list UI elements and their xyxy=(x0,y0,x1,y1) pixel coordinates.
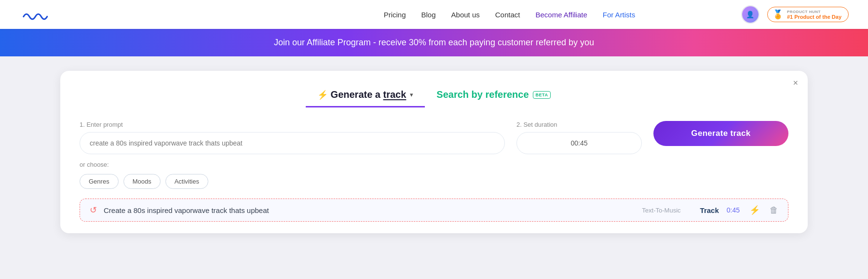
track-row: ↺ Create a 80s inspired vaporwave track … xyxy=(90,205,778,215)
chip-activities[interactable]: Activities xyxy=(165,174,208,189)
nav-contact[interactable]: Contact xyxy=(495,11,520,19)
prompt-group: 1. Enter prompt xyxy=(80,121,505,154)
duration-group: 2. Set duration xyxy=(516,121,642,154)
generate-btn-wrapper: Generate track xyxy=(653,121,788,146)
nav-links: Pricing Blog About us Contact Become Aff… xyxy=(384,11,636,19)
track-label: Track xyxy=(700,206,719,214)
nav-pricing[interactable]: Pricing xyxy=(384,11,406,19)
track-name: Create a 80s inspired vaporwave track th… xyxy=(104,206,623,214)
avatar[interactable]: 👤 xyxy=(741,5,760,24)
product-hunt-badge[interactable]: 🏅 PRODUCT HUNT #1 Product of the Day xyxy=(767,7,849,22)
navbar: Pricing Blog About us Contact Become Aff… xyxy=(0,0,868,29)
banner-text: Join our Affiliate Program - receive 30%… xyxy=(274,38,594,47)
tab-search-text: Search by reference xyxy=(436,89,529,100)
prompt-label: 1. Enter prompt xyxy=(80,121,505,128)
chip-row: Genres Moods Activities xyxy=(80,174,788,189)
form-row: 1. Enter prompt 2. Set duration Generate… xyxy=(80,121,788,154)
ph-label: PRODUCT HUNT xyxy=(787,10,841,14)
nav-for-artists[interactable]: For Artists xyxy=(603,11,636,19)
card: × ⚡ Generate a track ▾ Search by referen… xyxy=(60,71,808,233)
ph-title: #1 Product of the Day xyxy=(787,14,841,20)
track-duration: 0:45 xyxy=(727,206,740,214)
nav-blog[interactable]: Blog xyxy=(421,11,436,19)
track-type: Text-To-Music xyxy=(642,207,680,214)
tab-generate-prefix: Generate a xyxy=(331,89,383,100)
or-choose-label: or choose: xyxy=(80,161,788,168)
generate-track-button[interactable]: Generate track xyxy=(653,121,788,146)
chevron-down-icon: ▾ xyxy=(410,91,413,98)
nav-become-affiliate[interactable]: Become Affiliate xyxy=(535,11,587,19)
track-regenerate-icon[interactable]: ⚡ xyxy=(749,205,760,215)
affiliate-banner[interactable]: Join our Affiliate Program - receive 30%… xyxy=(0,29,868,56)
tabs: ⚡ Generate a track ▾ Search by reference… xyxy=(80,85,788,107)
prompt-input[interactable] xyxy=(80,132,505,154)
track-section: ↺ Create a 80s inspired vaporwave track … xyxy=(80,199,788,222)
chip-moods[interactable]: Moods xyxy=(123,174,161,189)
ph-text-group: PRODUCT HUNT #1 Product of the Day xyxy=(787,10,841,20)
track-delete-icon[interactable]: 🗑 xyxy=(770,205,778,215)
nav-right: 👤 🏅 PRODUCT HUNT #1 Product of the Day xyxy=(741,5,849,24)
logo[interactable] xyxy=(19,6,53,23)
beta-badge: BETA xyxy=(533,91,551,99)
tab-generate[interactable]: ⚡ Generate a track ▾ xyxy=(306,85,425,107)
lightning-icon: ⚡ xyxy=(317,90,328,100)
duration-input[interactable] xyxy=(516,132,642,154)
medal-icon: 🏅 xyxy=(773,9,783,20)
close-button[interactable]: × xyxy=(793,79,798,87)
tab-generate-track: track xyxy=(383,89,407,100)
nav-about[interactable]: About us xyxy=(451,11,480,19)
loading-spinner-icon: ↺ xyxy=(90,205,97,215)
main-content: × ⚡ Generate a track ▾ Search by referen… xyxy=(0,56,868,248)
tab-search[interactable]: Search by reference BETA xyxy=(425,85,562,107)
duration-label: 2. Set duration xyxy=(516,121,642,128)
tab-generate-text: Generate a track xyxy=(331,89,407,100)
chip-genres[interactable]: Genres xyxy=(80,174,119,189)
